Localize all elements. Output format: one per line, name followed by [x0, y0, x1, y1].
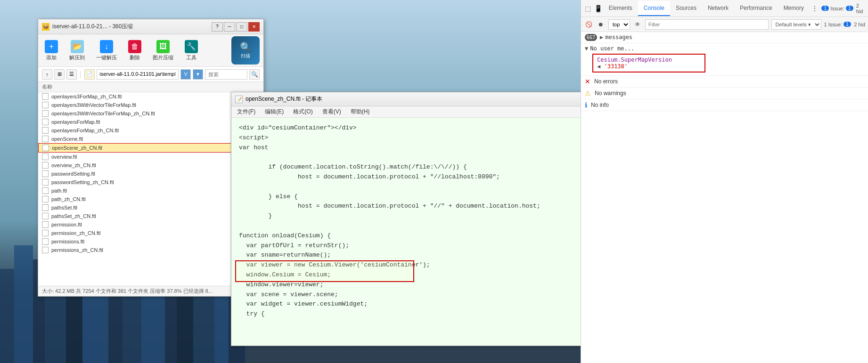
- tab-performance-label: Performance: [740, 5, 772, 11]
- issue-num-badge: 1: [846, 6, 853, 11]
- menu-edit[interactable]: 编辑(E): [263, 107, 286, 117]
- one-click-button[interactable]: ↓ 一键解压: [93, 39, 120, 62]
- issue-text: 1 Issue:: [824, 22, 843, 27]
- eye-icon[interactable]: 👁: [633, 20, 642, 29]
- file-icon: [42, 238, 49, 245]
- file-icon: [42, 196, 49, 202]
- no-user-text: No user me...: [590, 45, 634, 52]
- maximize-button[interactable]: □: [236, 22, 247, 32]
- list-item[interactable]: passwordSetting_zh_CN.ftl: [38, 178, 263, 186]
- menu-format[interactable]: 格式(O): [291, 107, 314, 117]
- list-item[interactable]: openScene_zh_CN.ftl: [38, 143, 263, 153]
- no-warnings-text: No warnings: [595, 90, 626, 97]
- extract-to-button[interactable]: 📂 解压到: [66, 39, 88, 62]
- list-item[interactable]: openlayers3WithVectorTileForMap.ftl: [38, 101, 263, 109]
- delete-label: 删除: [130, 54, 140, 61]
- list-item[interactable]: permission_zh_CN.ftl: [38, 229, 263, 237]
- extract-to-icon: 📂: [71, 40, 84, 53]
- no-info-item[interactable]: ℹ No info: [581, 99, 868, 111]
- list-item[interactable]: openScene.ftl: [38, 135, 263, 143]
- file-icon: [42, 136, 49, 142]
- list-item[interactable]: permissions.ftl: [38, 237, 263, 246]
- status-text: 大小: 42.2 MB 共 7254 个文件和 381 个文件夹 压缩率 37.…: [42, 288, 213, 294]
- path-dropdown-v[interactable]: V: [180, 69, 191, 80]
- menu-view[interactable]: 查看(V): [320, 107, 343, 117]
- list-item[interactable]: permission.ftl: [38, 220, 263, 229]
- scan-button[interactable]: 🔍 扫描: [231, 36, 260, 65]
- list-item[interactable]: openlayersForMap.ftl: [38, 118, 263, 126]
- list-item[interactable]: pathsSet.ftl: [38, 203, 263, 212]
- minimize-button[interactable]: ─: [224, 22, 235, 32]
- tab-sources[interactable]: Sources: [670, 1, 702, 16]
- preserve-log-icon[interactable]: ⏺: [596, 20, 606, 29]
- more-tabs-button[interactable]: ⋮: [810, 3, 819, 14]
- tools-label: 工具: [186, 54, 197, 61]
- path-input[interactable]: [97, 69, 179, 80]
- nav-grid-button[interactable]: ⊞: [54, 69, 65, 80]
- clear-console-icon[interactable]: 🚫: [584, 20, 593, 29]
- console-messages[interactable]: 667 ▶ messages ▼ No user me... Cesium.Su…: [581, 32, 868, 363]
- tab-memory[interactable]: Memory: [778, 1, 810, 16]
- menu-file[interactable]: 文件(F): [235, 107, 257, 117]
- no-user-expand[interactable]: ▼: [585, 45, 588, 52]
- list-item[interactable]: pathsSet_zh_CN.ftl: [38, 212, 263, 220]
- context-selector[interactable]: top: [608, 19, 630, 30]
- tab-network[interactable]: Network: [702, 1, 734, 16]
- prop-key: Cesium.SuperMapVersion: [597, 56, 672, 63]
- filemanager-toolbar: + 添加 📂 解压到 ↓ 一键解压 🗑 删除 🖼 图片压缩 🔧 工具 🔍 扫描: [38, 34, 263, 67]
- tools-button[interactable]: 🔧 工具: [182, 39, 201, 62]
- tab-elements-label: Elements: [609, 5, 632, 11]
- property-key-row: Cesium.SuperMapVersion: [597, 56, 701, 63]
- tab-elements[interactable]: Elements: [603, 1, 638, 16]
- list-item[interactable]: path_zh_CN.ftl: [38, 195, 263, 203]
- list-item[interactable]: overview.ftl: [38, 153, 263, 161]
- list-item[interactable]: openlayers3ForMap_zh_CN.ftl: [38, 92, 263, 101]
- devtools-device-icon[interactable]: 📱: [593, 3, 603, 14]
- no-info-text: No info: [591, 102, 609, 108]
- svg-rect-0: [0, 269, 14, 363]
- help-button[interactable]: ?: [212, 22, 223, 32]
- window-controls: ? ─ □ ✕: [212, 22, 260, 32]
- tab-console[interactable]: Console: [638, 1, 670, 16]
- delete-button[interactable]: 🗑 删除: [125, 39, 144, 62]
- filter-input[interactable]: [645, 19, 769, 30]
- expand-icon[interactable]: ▶: [600, 34, 603, 40]
- list-item[interactable]: openlayersForMap_zh_CN.ftl: [38, 126, 263, 135]
- file-name: openScene.ftl: [51, 136, 83, 142]
- tab-performance[interactable]: Performance: [734, 1, 778, 16]
- file-icon: [42, 162, 49, 169]
- image-compress-button[interactable]: 🖼 图片压缩: [150, 39, 176, 62]
- file-name: openlayers3ForMap_zh_CN.ftl: [51, 94, 122, 99]
- path-dropdown-btn[interactable]: ▼: [193, 69, 203, 80]
- file-name: passwordSetting_zh_CN.ftl: [51, 179, 114, 185]
- tab-console-label: Console: [644, 5, 664, 11]
- list-item[interactable]: path.ftl: [38, 186, 263, 195]
- list-item[interactable]: openlayers3WithVectorTileForMap_zh_CN.ft…: [38, 109, 263, 118]
- menu-help[interactable]: 帮助(H): [349, 107, 372, 117]
- file-name: path.ftl: [51, 188, 67, 194]
- nav-list-button[interactable]: ☰: [66, 69, 77, 80]
- tools-icon: 🔧: [185, 40, 198, 53]
- hide-count: 2 hid: [856, 3, 866, 14]
- no-errors-item[interactable]: ✕ No errors: [581, 76, 868, 88]
- file-list-header: 名称: [38, 82, 263, 92]
- file-list[interactable]: openlayers3ForMap_zh_CN.ftlopenlayers3Wi…: [38, 92, 263, 275]
- list-item[interactable]: passwordSetting.ftl: [38, 169, 263, 178]
- list-item[interactable]: overview_zh_CN.ftl: [38, 161, 263, 169]
- file-search-input[interactable]: [205, 69, 247, 80]
- file-icon: [42, 230, 49, 236]
- no-warnings-item[interactable]: ⚠ No warnings: [581, 88, 868, 99]
- extract-to-label: 解压到: [69, 54, 85, 61]
- file-name: permission_zh_CN.ftl: [51, 230, 101, 236]
- add-button[interactable]: + 添加: [42, 39, 61, 62]
- file-search-button[interactable]: 🔍: [249, 69, 260, 80]
- file-name: pathsSet.ftl: [51, 205, 77, 210]
- file-icon: [42, 145, 49, 151]
- list-item[interactable]: permissions_zh_CN.ftl: [38, 246, 263, 254]
- devtools-inspect-icon[interactable]: ⬚: [583, 3, 593, 14]
- close-button[interactable]: ✕: [248, 22, 260, 32]
- nav-up-button[interactable]: ↑: [42, 69, 52, 80]
- log-levels-selector[interactable]: Default levels ▾: [771, 19, 821, 30]
- status-bar: 大小: 42.2 MB 共 7254 个文件和 381 个文件夹 压缩率 37.…: [38, 286, 263, 296]
- issue-indicator: 1 Issue: 1: [824, 22, 852, 27]
